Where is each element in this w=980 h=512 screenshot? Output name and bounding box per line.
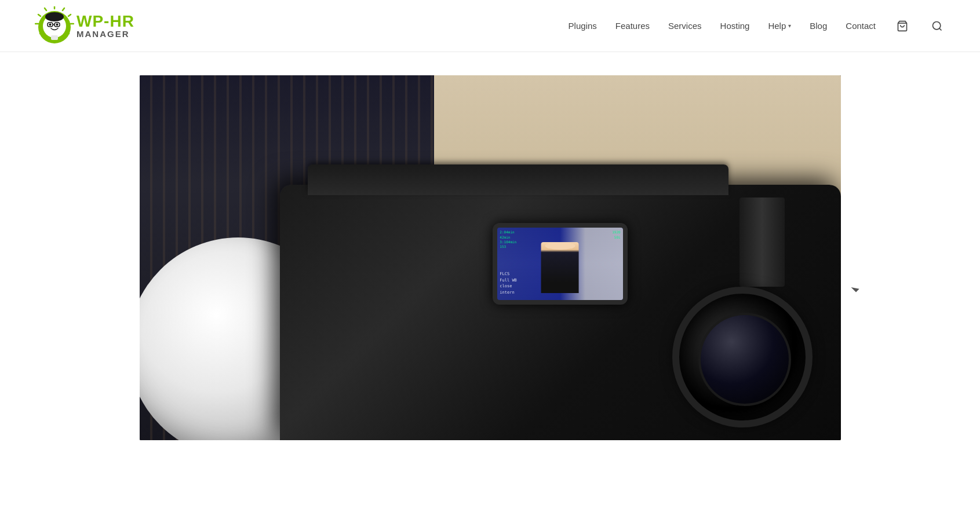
- nav-help[interactable]: Help ▾: [768, 21, 791, 31]
- cart-button[interactable]: [894, 18, 910, 34]
- main-content: 2:04min42min3:104min153 192050i FLCSFull…: [0, 52, 980, 440]
- nav-services-label: Services: [668, 21, 702, 31]
- logo-wp-hr-text: WP-HR: [76, 13, 134, 30]
- svg-line-1: [63, 8, 64, 10]
- cart-icon: [897, 20, 908, 32]
- hero-image: 2:04min42min3:104min153 192050i FLCSFull…: [140, 75, 841, 440]
- svg-line-5: [38, 14, 41, 16]
- camera-top-rail: [308, 164, 728, 195]
- viewfinder-screen: 2:04min42min3:104min153 192050i FLCSFull…: [497, 228, 622, 300]
- svg-point-15: [49, 23, 52, 25]
- nav-blog[interactable]: Blog: [810, 21, 827, 31]
- camera-viewfinder: 2:04min42min3:104min153 192050i FLCSFull…: [493, 223, 627, 305]
- site-navigation: Plugins Features Services Hosting Help ▾…: [569, 18, 945, 34]
- search-icon: [931, 20, 943, 32]
- svg-line-20: [939, 28, 942, 30]
- svg-point-19: [933, 21, 941, 29]
- viewfinder-hud-left: 2:04min42min3:104min153: [500, 230, 516, 250]
- nav-blog-label: Blog: [810, 21, 827, 31]
- nav-services[interactable]: Services: [668, 21, 702, 31]
- logo-svg-icon: [35, 6, 74, 46]
- nav-hosting[interactable]: Hosting: [720, 21, 750, 31]
- camera-lens: [672, 287, 813, 427]
- logo-icon-wrapper: [35, 6, 74, 46]
- svg-rect-17: [51, 35, 58, 40]
- nav-contact-label: Contact: [846, 21, 876, 31]
- site-header: WP-HR MANAGER Plugins Features Services …: [0, 0, 980, 52]
- svg-line-2: [68, 14, 71, 16]
- svg-point-11: [45, 12, 64, 21]
- site-logo[interactable]: WP-HR MANAGER: [35, 6, 134, 46]
- svg-line-4: [45, 8, 46, 10]
- nav-plugins[interactable]: Plugins: [569, 21, 597, 31]
- svg-point-16: [56, 23, 59, 25]
- viewfinder-person: [541, 242, 579, 293]
- viewfinder-text-overlay: FLCSFull WBcloseintern: [500, 271, 517, 295]
- nav-help-label: Help: [768, 21, 786, 31]
- viewfinder-hud-right: 192050i: [612, 230, 620, 240]
- nav-features[interactable]: Features: [615, 21, 650, 31]
- nav-features-label: Features: [615, 21, 650, 31]
- camera-scene: 2:04min42min3:104min153 192050i FLCSFull…: [140, 75, 841, 440]
- search-button[interactable]: [929, 18, 945, 34]
- nav-hosting-label: Hosting: [720, 21, 750, 31]
- camera-mount-arm: [739, 198, 784, 287]
- nav-contact[interactable]: Contact: [846, 21, 876, 31]
- camera-body: 2:04min42min3:104min153 192050i FLCSFull…: [280, 185, 841, 440]
- logo-manager-text: MANAGER: [76, 30, 134, 38]
- chevron-down-icon: ▾: [788, 23, 791, 29]
- nav-plugins-label: Plugins: [569, 21, 597, 31]
- logo-text-block: WP-HR MANAGER: [76, 13, 134, 38]
